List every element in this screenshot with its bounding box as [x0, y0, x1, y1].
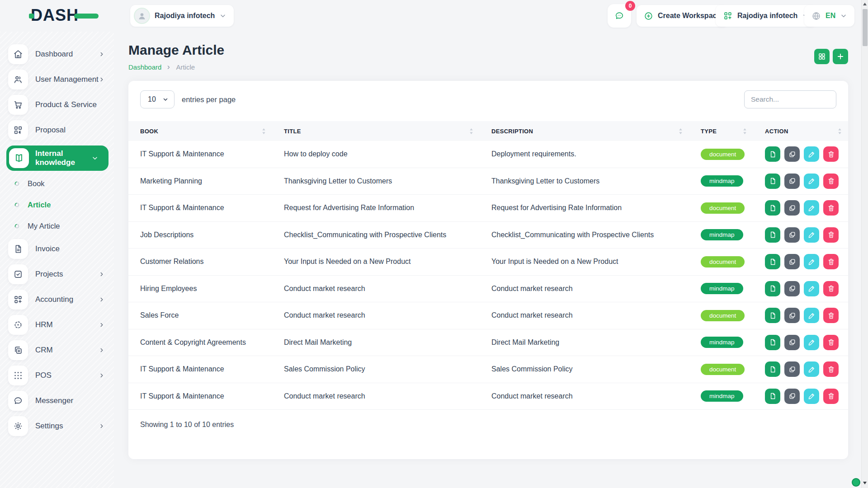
sidebar-item-user-management[interactable]: User Management: [8, 70, 108, 89]
cell-description: Conduct market research: [480, 392, 689, 400]
create-workspace-button[interactable]: Create Workspace: [637, 5, 728, 27]
edit-button[interactable]: [804, 227, 819, 243]
sidebar-item-pos[interactable]: POS: [8, 366, 108, 385]
duplicate-button[interactable]: [784, 335, 800, 350]
sidebar-item-dashboard[interactable]: Dashboard: [8, 44, 108, 64]
pencil-icon: [808, 177, 816, 185]
duplicate-button[interactable]: [784, 227, 800, 243]
open-button[interactable]: [765, 361, 780, 377]
open-button[interactable]: [765, 389, 780, 404]
column-header-book[interactable]: BOOK: [128, 128, 272, 135]
duplicate-button[interactable]: [784, 281, 800, 296]
open-button[interactable]: [765, 281, 780, 296]
cell-description: Request for Advertising Rate Information: [480, 204, 689, 212]
delete-button[interactable]: [823, 361, 839, 377]
column-header-type[interactable]: TYPE: [689, 128, 753, 135]
sidebar-item-projects[interactable]: Projects: [8, 264, 108, 284]
sidebar-item-accounting[interactable]: Accounting: [8, 290, 108, 310]
column-header-title[interactable]: TITLE: [272, 128, 480, 135]
floating-corner-widget[interactable]: [852, 478, 860, 487]
sidebar-item-label: Internal knowledge: [35, 149, 91, 167]
sidebar-subitem-book[interactable]: Book: [14, 175, 108, 192]
type-badge: document: [701, 256, 745, 267]
pencil-icon: [808, 231, 816, 239]
delete-button[interactable]: [823, 146, 839, 162]
company-menu[interactable]: Rajodiya infotech: [716, 5, 816, 27]
duplicate-button[interactable]: [784, 146, 800, 162]
language-selector[interactable]: EN: [804, 5, 854, 27]
edit-button[interactable]: [804, 389, 819, 404]
file-icon: [769, 285, 777, 292]
sidebar-item-hrm[interactable]: HRM: [8, 315, 108, 335]
edit-button[interactable]: [804, 281, 819, 296]
delete-button[interactable]: [823, 200, 839, 216]
edit-button[interactable]: [804, 146, 819, 162]
edit-button[interactable]: [804, 200, 819, 216]
sidebar-subitem-my-article[interactable]: My Article: [14, 218, 108, 234]
delete-button[interactable]: [823, 281, 839, 296]
duplicate-button[interactable]: [784, 174, 800, 189]
edit-button[interactable]: [804, 254, 819, 269]
sidebar-item-crm[interactable]: CRM: [8, 340, 108, 360]
open-button[interactable]: [765, 335, 780, 350]
sidebar-subitem-label: My Article: [28, 222, 60, 230]
workspace-selector[interactable]: Rajodiya infotech: [130, 5, 234, 27]
delete-button[interactable]: [823, 254, 839, 269]
delete-button[interactable]: [823, 389, 839, 404]
open-button[interactable]: [765, 308, 780, 323]
sidebar-subitem-article[interactable]: Article: [14, 197, 108, 213]
cell-type: mindmap: [689, 390, 753, 402]
scrollbar-thumb[interactable]: [863, 9, 868, 46]
type-badge: mindmap: [701, 229, 743, 240]
open-button[interactable]: [765, 200, 780, 216]
search-input[interactable]: [744, 90, 836, 108]
edit-button[interactable]: [804, 335, 819, 350]
edit-button[interactable]: [804, 361, 819, 377]
sidebar-item-proposal[interactable]: Proposal: [8, 120, 108, 140]
delete-button[interactable]: [823, 227, 839, 243]
duplicate-button[interactable]: [784, 254, 800, 269]
app-logo[interactable]: DASH: [29, 7, 99, 23]
duplicate-button[interactable]: [784, 361, 800, 377]
page-scrollbar[interactable]: [861, 0, 868, 488]
sidebar-item-internal-knowledge[interactable]: Internal knowledge: [6, 145, 108, 171]
column-header-description[interactable]: DESCRIPTION: [480, 128, 689, 135]
open-button[interactable]: [765, 254, 780, 269]
sidebar-item-messenger[interactable]: Messenger: [8, 391, 108, 411]
add-article-button[interactable]: [833, 49, 848, 64]
duplicate-button[interactable]: [784, 308, 800, 323]
cell-actions: [753, 308, 848, 323]
sidebar-item-settings[interactable]: Settings: [8, 416, 108, 436]
scroll-up-arrow[interactable]: [863, 3, 867, 5]
copy-icon: [788, 177, 796, 185]
cell-description: Checklist_Communicating with Prospective…: [480, 231, 689, 239]
app-window: DASH Rajodiya infotech 0 Create Workspac…: [0, 0, 868, 488]
open-button[interactable]: [765, 227, 780, 243]
edit-button[interactable]: [804, 308, 819, 323]
cell-type: mindmap: [689, 229, 753, 240]
plus-circle-icon: [644, 11, 653, 21]
duplicate-button[interactable]: [784, 389, 800, 404]
delete-button[interactable]: [823, 174, 839, 189]
column-header-action[interactable]: ACTION: [753, 128, 848, 135]
chevron-down-icon: [91, 155, 99, 162]
delete-button[interactable]: [823, 335, 839, 350]
sidebar-item-product-service[interactable]: Product & Service: [8, 95, 108, 115]
pencil-icon: [808, 150, 816, 158]
grid-view-button[interactable]: [814, 49, 830, 64]
pencil-icon: [808, 338, 816, 346]
open-button[interactable]: [765, 174, 780, 189]
edit-button[interactable]: [804, 174, 819, 189]
file-icon: [769, 312, 777, 319]
open-button[interactable]: [765, 146, 780, 162]
delete-button[interactable]: [823, 308, 839, 323]
trash-icon: [827, 258, 835, 266]
cell-description: Sales Commission Policy: [480, 365, 689, 373]
messages-button[interactable]: 0: [608, 4, 631, 28]
entries-per-page-select[interactable]: 10: [140, 90, 175, 108]
breadcrumb-dashboard-link[interactable]: Dashboard: [128, 63, 161, 71]
sidebar-item-invoice[interactable]: Invoice: [8, 239, 108, 259]
page-title: Manage Article: [128, 42, 848, 58]
duplicate-button[interactable]: [784, 200, 800, 216]
scroll-down-arrow[interactable]: [863, 482, 867, 484]
